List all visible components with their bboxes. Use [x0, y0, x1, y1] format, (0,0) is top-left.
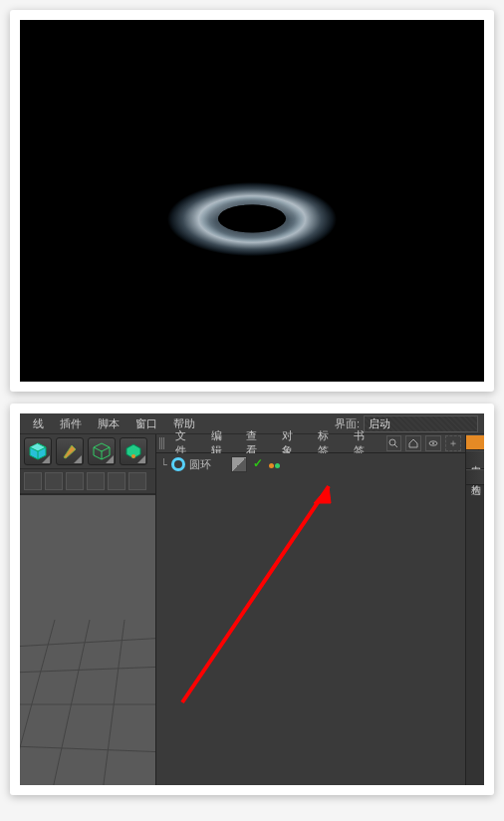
view-icon[interactable] [24, 472, 42, 490]
expand-icon[interactable]: ＋ [445, 435, 461, 451]
menu-item[interactable]: 脚本 [90, 416, 127, 431]
toolbar [20, 434, 155, 469]
side-tab-objects[interactable]: 对象 [466, 434, 484, 450]
svg-marker-20 [314, 486, 331, 503]
viewport[interactable] [20, 494, 155, 785]
svg-line-16 [394, 444, 397, 447]
svg-line-12 [30, 620, 90, 785]
side-tabs: 对象 内容浏览器 构造 [465, 434, 484, 785]
side-tab-structure[interactable]: 构造 [466, 469, 484, 485]
tree-branch-icon: └ [158, 458, 167, 471]
grid [20, 495, 155, 785]
render-viewport [20, 20, 484, 382]
svg-line-8 [20, 635, 155, 650]
objects-panel: 文件 编辑 查看 对象 标签 书签 [156, 434, 465, 785]
menu-item[interactable]: 插件 [52, 416, 90, 431]
left-column [20, 434, 156, 785]
menu-item[interactable]: 窗口 [127, 416, 165, 431]
render-card [10, 10, 494, 392]
annotation-arrow [156, 453, 475, 785]
traffic-light-icon[interactable] [269, 456, 280, 472]
svg-line-13 [90, 620, 125, 785]
side-tab-content-browser[interactable]: 内容浏览器 [466, 450, 484, 469]
search-icon[interactable] [386, 435, 402, 451]
generator-icon[interactable] [120, 437, 147, 465]
torus-icon [171, 457, 185, 471]
torus-render [167, 181, 337, 256]
svg-point-18 [432, 442, 434, 444]
ui-card: 线 插件 脚本 窗口 帮助 界面: 启动 [10, 404, 494, 795]
c4d-window: 线 插件 脚本 窗口 帮助 界面: 启动 [20, 413, 484, 785]
viewport-icons [20, 469, 155, 494]
objects-menubar: 文件 编辑 查看 对象 标签 书签 [156, 434, 465, 453]
layer-tag-icon[interactable] [231, 456, 247, 472]
eye-icon[interactable] [425, 435, 441, 451]
home-icon[interactable] [405, 435, 421, 451]
deformer-cube-icon[interactable] [88, 437, 116, 465]
pen-tool-icon[interactable] [56, 437, 84, 465]
view-icon[interactable] [128, 472, 146, 490]
view-icon[interactable] [108, 472, 126, 490]
primitive-cube-icon[interactable] [24, 437, 52, 465]
svg-line-9 [20, 744, 155, 754]
menu-item[interactable]: 线 [25, 416, 52, 431]
enabled-check-icon[interactable]: ✓ [251, 456, 265, 470]
svg-line-19 [182, 486, 329, 702]
object-row-torus[interactable]: └ 圆环 ✓ [158, 455, 463, 473]
view-icon[interactable] [66, 472, 84, 490]
svg-point-5 [131, 454, 135, 458]
objects-tree[interactable]: └ 圆环 ✓ [156, 453, 465, 785]
object-label: 圆环 [189, 457, 211, 472]
panel-grip[interactable] [159, 437, 165, 449]
view-icon[interactable] [87, 472, 105, 490]
view-icon[interactable] [45, 472, 63, 490]
